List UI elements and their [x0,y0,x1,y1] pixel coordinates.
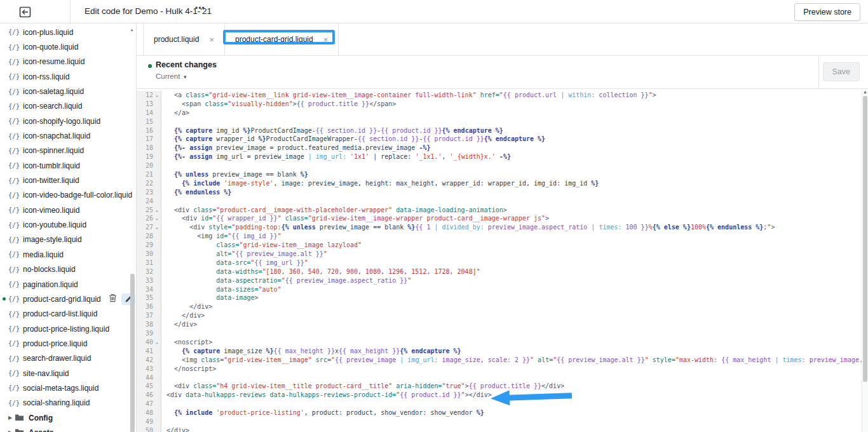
liquid-file-icon: {/} [8,281,21,288]
sidebar-item-icon-resume[interactable]: {/}icon-resume.liquid [0,55,137,69]
line-number: 37 [137,311,153,320]
code-editor[interactable]: 12⌄ <a class="grid-view-item__link grid-… [137,90,868,432]
sidebar-item-icon-vimeo[interactable]: {/}icon-vimeo.liquid [0,203,137,217]
code-line[interactable]: 35 data-image> [137,294,868,302]
code-line[interactable]: 25⌄ <div class="product-card__image-with… [137,206,868,215]
code-line[interactable]: 15 [137,118,868,126]
code-line[interactable]: 44 [137,374,868,382]
sidebar-item-icon-search[interactable]: {/}icon-search.liquid [0,99,137,114]
sidebar-item-icon-twitter[interactable]: {/}icon-twitter.liquid [0,173,137,187]
code-line[interactable]: 41 {% capture image_size %}{{ max_height… [137,347,868,356]
code-line[interactable]: 14 </a> [137,109,868,118]
code-line[interactable]: 16 {% capture img_id %}ProductCardImage-… [137,126,868,135]
code-line[interactable]: 20 [137,161,868,170]
code-line[interactable]: 30 alt="{{ preview_image.alt }}" [137,250,868,259]
code-line[interactable]: 22 {% include 'image-style', image: prev… [137,179,868,188]
sidebar-item-media[interactable]: {/}media.liquid [0,247,137,262]
code-line[interactable]: 21 {% unless preview_image == blank %} [137,170,868,179]
sidebar-item-product-card-list[interactable]: {/}product-card-list.liquid [0,307,137,321]
sidebar-item-icon-rss[interactable]: {/}icon-rss.liquid [0,69,137,84]
file-name: media.liquid [23,250,64,259]
code-line[interactable]: 36 </div> [137,302,868,311]
preview-store-button[interactable]: Preview store [794,3,860,21]
code-line[interactable]: 23 {% endunless %} [137,188,868,197]
file-name: icon-youtube.liquid [23,220,86,229]
code-line[interactable]: 50</div> [137,426,868,432]
exit-icon[interactable] [18,4,33,20]
line-number: 25 [137,206,153,215]
sidebar-item-image-style[interactable]: {/}image-style.liquid [0,233,137,247]
code-line[interactable]: 45 <div class="h4 grid-view-item__title … [137,382,868,391]
sidebar-item-icon-shopify-logo[interactable]: {/}icon-shopify-logo.liquid [0,114,137,128]
version-dropdown[interactable]: Current▼ [156,72,187,80]
sidebar-item-icon-spinner[interactable]: {/}icon-spinner.liquid [0,144,137,158]
code-line[interactable]: 29 class="grid-view-item__image lazyload… [137,241,868,250]
code-line[interactable]: 17 {% capture wrapper_id %}ProductCardIm… [137,135,868,144]
save-button[interactable]: Save [823,62,860,81]
fold-gutter [153,426,161,432]
sidebar-item-icon-youtube[interactable]: {/}icon-youtube.liquid [0,217,137,232]
sidebar-item-product-price-listing[interactable]: {/}product-price-listing.liquid [0,321,137,336]
close-icon[interactable]: × [323,35,329,44]
code-line[interactable]: 32 data-widths="[180, 360, 540, 720, 900… [137,267,868,276]
code-line[interactable]: 19 {%- assign img_url = preview_image | … [137,152,868,161]
code-line[interactable]: 46<div data-hulkapps-reviews data-hulkap… [137,391,868,400]
sidebar-item-social-meta-tags[interactable]: {/}social-meta-tags.liquid [0,381,137,395]
code-line[interactable]: 34 data-sizes="auto" [137,285,868,294]
code-line[interactable]: 38 </div> [137,320,868,329]
sidebar-scroll-up-icon[interactable]: ▲ [130,27,134,32]
sidebar-item-social-sharing[interactable]: {/}social-sharing.liquid [0,396,137,410]
sidebar-scrollbar[interactable] [130,274,135,432]
code-line[interactable]: 31 data-src="{{ img_url }}" [137,259,868,267]
sidebar-item-icon-snapchat[interactable]: {/}icon-snapchat.liquid [0,128,137,143]
tab-product-card-grid[interactable]: product-card-grid.liquid× [224,24,339,55]
fold-arrow-icon[interactable]: ⌄ [153,223,161,232]
close-icon[interactable]: × [209,35,214,44]
tab-product[interactable]: product.liquid× [143,24,225,55]
sidebar-item-icon-tumblr[interactable]: {/}icon-tumblr.liquid [0,158,137,173]
code-line[interactable]: 12⌄ <a class="grid-view-item__link grid-… [137,91,868,100]
code-line[interactable]: 13 <span class="visually-hidden">{{ prod… [137,100,868,109]
fold-arrow-icon[interactable]: ⌄ [153,338,161,347]
line-number: 29 [137,241,153,250]
sidebar-item-icon-plus[interactable]: {/}icon-plus.liquid [0,25,137,39]
code-line[interactable]: 47 [137,400,868,408]
fold-arrow-icon[interactable]: ⌄ [153,91,161,100]
code-line[interactable]: 28 <img id="{{ img_id }}" [137,232,868,241]
liquid-file-icon: {/} [8,103,21,110]
delete-file-icon[interactable] [109,294,117,305]
sidebar-item-pagination[interactable]: {/}pagination.liquid [0,277,137,292]
sidebar-item-site-nav[interactable]: {/}site-nav.liquid [0,366,137,381]
sidebar-item-product-price[interactable]: {/}product-price.liquid [0,336,137,351]
fold-arrow-icon[interactable]: ⌄ [153,214,161,223]
code-line[interactable]: 43 </noscript> [137,365,868,374]
liquid-file-icon: {/} [8,400,21,407]
fold-arrow-icon[interactable]: ⌄ [153,206,161,215]
sidebar-folder-assets[interactable]: ▶Assets [0,425,137,432]
code-line[interactable]: 33 data-aspectratio="{{ preview_image.as… [137,276,868,285]
code-line[interactable]: 24 [137,197,868,206]
code-line[interactable]: 18 {%- assign preview_image = product.fe… [137,144,868,152]
code-scrollbar[interactable]: ▲ [862,90,868,432]
more-actions-icon[interactable]: ••• [195,4,205,13]
fold-gutter [153,417,161,426]
code-line[interactable]: 37 </div> [137,311,868,320]
code-line[interactable]: 39 [137,329,868,338]
code-line[interactable]: 40⌄ <noscript> [137,338,868,347]
code-scrollbar-thumb[interactable] [863,96,867,382]
sidebar-folder-config[interactable]: ▶Config [0,410,137,425]
sidebar-item-icon-saletag[interactable]: {/}icon-saletag.liquid [0,84,137,98]
code-line[interactable]: 42 <img class="grid-view-item__image" sr… [137,356,868,365]
code-line[interactable]: 48 {% include 'product-price-listing', p… [137,408,868,417]
scroll-up-icon[interactable]: ▲ [863,90,867,94]
fold-gutter [153,408,161,417]
sidebar-item-no-blocks[interactable]: {/}no-blocks.liquid [0,262,137,277]
code-line[interactable]: 26⌄ <div id="{{ wrapper_id }}" class="gr… [137,214,868,223]
sidebar-item-product-card-grid[interactable]: {/}product-card-grid.liquid [0,292,137,306]
sidebar-item-icon-video-badge-full-color[interactable]: {/}icon-video-badge-full-color.liquid [0,188,137,203]
file-name: icon-twitter.liquid [23,176,79,185]
sidebar-item-search-drawer[interactable]: {/}search-drawer.liquid [0,351,137,366]
code-line[interactable]: 49 [137,417,868,426]
sidebar-item-icon-quote[interactable]: {/}icon-quote.liquid [0,39,137,54]
code-line[interactable]: 27⌄ <div style="padding-top:{% unless pr… [137,223,868,232]
